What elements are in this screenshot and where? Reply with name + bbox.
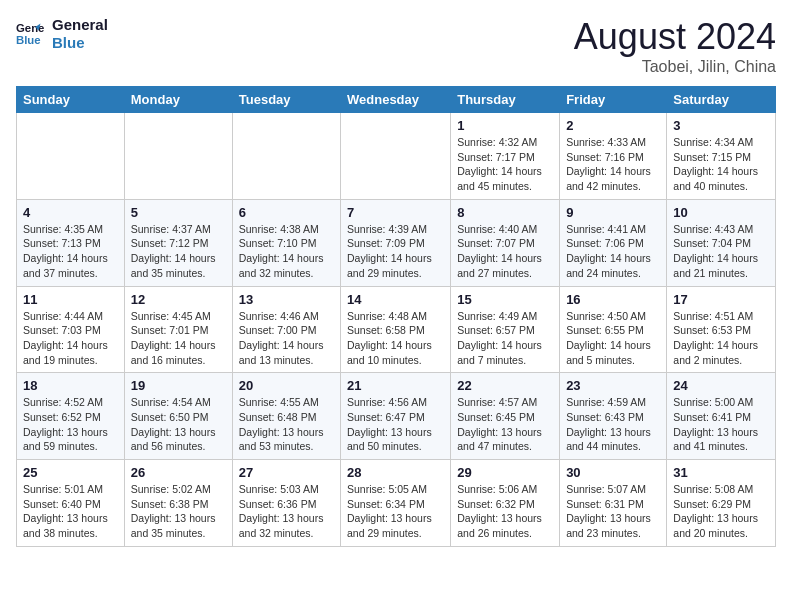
calendar-header-row: SundayMondayTuesdayWednesdayThursdayFrid… [17, 87, 776, 113]
location-subtitle: Taobei, Jilin, China [574, 58, 776, 76]
calendar-cell: 26Sunrise: 5:02 AM Sunset: 6:38 PM Dayli… [124, 460, 232, 547]
day-number: 13 [239, 292, 334, 307]
logo: General Blue General Blue General Blue [16, 16, 108, 52]
calendar-cell: 25Sunrise: 5:01 AM Sunset: 6:40 PM Dayli… [17, 460, 125, 547]
day-info: Sunrise: 5:05 AM Sunset: 6:34 PM Dayligh… [347, 482, 444, 541]
calendar-cell: 24Sunrise: 5:00 AM Sunset: 6:41 PM Dayli… [667, 373, 776, 460]
calendar-cell: 4Sunrise: 4:35 AM Sunset: 7:13 PM Daylig… [17, 199, 125, 286]
day-number: 21 [347, 378, 444, 393]
day-of-week-header: Monday [124, 87, 232, 113]
day-of-week-header: Sunday [17, 87, 125, 113]
calendar-cell [17, 113, 125, 200]
calendar-cell: 13Sunrise: 4:46 AM Sunset: 7:00 PM Dayli… [232, 286, 340, 373]
calendar-cell [124, 113, 232, 200]
day-info: Sunrise: 4:34 AM Sunset: 7:15 PM Dayligh… [673, 135, 769, 194]
calendar-cell [341, 113, 451, 200]
logo-line2: Blue [52, 34, 108, 52]
calendar-cell: 12Sunrise: 4:45 AM Sunset: 7:01 PM Dayli… [124, 286, 232, 373]
day-of-week-header: Wednesday [341, 87, 451, 113]
calendar-cell: 28Sunrise: 5:05 AM Sunset: 6:34 PM Dayli… [341, 460, 451, 547]
day-info: Sunrise: 4:59 AM Sunset: 6:43 PM Dayligh… [566, 395, 660, 454]
day-info: Sunrise: 4:44 AM Sunset: 7:03 PM Dayligh… [23, 309, 118, 368]
day-number: 8 [457, 205, 553, 220]
day-number: 19 [131, 378, 226, 393]
calendar-week-row: 18Sunrise: 4:52 AM Sunset: 6:52 PM Dayli… [17, 373, 776, 460]
day-number: 22 [457, 378, 553, 393]
day-info: Sunrise: 4:38 AM Sunset: 7:10 PM Dayligh… [239, 222, 334, 281]
day-number: 26 [131, 465, 226, 480]
calendar-cell: 31Sunrise: 5:08 AM Sunset: 6:29 PM Dayli… [667, 460, 776, 547]
calendar-cell: 8Sunrise: 4:40 AM Sunset: 7:07 PM Daylig… [451, 199, 560, 286]
page-header: General Blue General Blue General Blue A… [16, 16, 776, 76]
calendar-week-row: 1Sunrise: 4:32 AM Sunset: 7:17 PM Daylig… [17, 113, 776, 200]
day-number: 25 [23, 465, 118, 480]
calendar-cell: 17Sunrise: 4:51 AM Sunset: 6:53 PM Dayli… [667, 286, 776, 373]
day-info: Sunrise: 4:32 AM Sunset: 7:17 PM Dayligh… [457, 135, 553, 194]
day-number: 3 [673, 118, 769, 133]
calendar-cell: 9Sunrise: 4:41 AM Sunset: 7:06 PM Daylig… [560, 199, 667, 286]
day-number: 11 [23, 292, 118, 307]
day-number: 31 [673, 465, 769, 480]
day-number: 12 [131, 292, 226, 307]
calendar-cell: 22Sunrise: 4:57 AM Sunset: 6:45 PM Dayli… [451, 373, 560, 460]
day-number: 20 [239, 378, 334, 393]
day-info: Sunrise: 4:54 AM Sunset: 6:50 PM Dayligh… [131, 395, 226, 454]
calendar-table: SundayMondayTuesdayWednesdayThursdayFrid… [16, 86, 776, 547]
day-number: 1 [457, 118, 553, 133]
calendar-cell: 7Sunrise: 4:39 AM Sunset: 7:09 PM Daylig… [341, 199, 451, 286]
calendar-cell: 20Sunrise: 4:55 AM Sunset: 6:48 PM Dayli… [232, 373, 340, 460]
day-info: Sunrise: 5:06 AM Sunset: 6:32 PM Dayligh… [457, 482, 553, 541]
day-number: 10 [673, 205, 769, 220]
day-number: 17 [673, 292, 769, 307]
calendar-cell: 16Sunrise: 4:50 AM Sunset: 6:55 PM Dayli… [560, 286, 667, 373]
day-info: Sunrise: 5:02 AM Sunset: 6:38 PM Dayligh… [131, 482, 226, 541]
day-number: 14 [347, 292, 444, 307]
day-info: Sunrise: 4:46 AM Sunset: 7:00 PM Dayligh… [239, 309, 334, 368]
logo-icon: General Blue [16, 20, 44, 48]
calendar-week-row: 11Sunrise: 4:44 AM Sunset: 7:03 PM Dayli… [17, 286, 776, 373]
calendar-cell: 14Sunrise: 4:48 AM Sunset: 6:58 PM Dayli… [341, 286, 451, 373]
calendar-cell: 5Sunrise: 4:37 AM Sunset: 7:12 PM Daylig… [124, 199, 232, 286]
day-info: Sunrise: 4:49 AM Sunset: 6:57 PM Dayligh… [457, 309, 553, 368]
day-number: 2 [566, 118, 660, 133]
day-info: Sunrise: 4:43 AM Sunset: 7:04 PM Dayligh… [673, 222, 769, 281]
day-info: Sunrise: 4:50 AM Sunset: 6:55 PM Dayligh… [566, 309, 660, 368]
calendar-cell: 19Sunrise: 4:54 AM Sunset: 6:50 PM Dayli… [124, 373, 232, 460]
day-info: Sunrise: 4:37 AM Sunset: 7:12 PM Dayligh… [131, 222, 226, 281]
day-of-week-header: Tuesday [232, 87, 340, 113]
calendar-cell: 15Sunrise: 4:49 AM Sunset: 6:57 PM Dayli… [451, 286, 560, 373]
calendar-cell: 29Sunrise: 5:06 AM Sunset: 6:32 PM Dayli… [451, 460, 560, 547]
calendar-cell: 2Sunrise: 4:33 AM Sunset: 7:16 PM Daylig… [560, 113, 667, 200]
calendar-week-row: 4Sunrise: 4:35 AM Sunset: 7:13 PM Daylig… [17, 199, 776, 286]
day-number: 15 [457, 292, 553, 307]
day-number: 27 [239, 465, 334, 480]
calendar-cell: 6Sunrise: 4:38 AM Sunset: 7:10 PM Daylig… [232, 199, 340, 286]
day-info: Sunrise: 4:45 AM Sunset: 7:01 PM Dayligh… [131, 309, 226, 368]
day-info: Sunrise: 4:41 AM Sunset: 7:06 PM Dayligh… [566, 222, 660, 281]
day-info: Sunrise: 4:52 AM Sunset: 6:52 PM Dayligh… [23, 395, 118, 454]
calendar-cell: 21Sunrise: 4:56 AM Sunset: 6:47 PM Dayli… [341, 373, 451, 460]
day-number: 7 [347, 205, 444, 220]
day-number: 9 [566, 205, 660, 220]
day-of-week-header: Friday [560, 87, 667, 113]
day-info: Sunrise: 5:01 AM Sunset: 6:40 PM Dayligh… [23, 482, 118, 541]
calendar-week-row: 25Sunrise: 5:01 AM Sunset: 6:40 PM Dayli… [17, 460, 776, 547]
day-number: 28 [347, 465, 444, 480]
calendar-cell: 23Sunrise: 4:59 AM Sunset: 6:43 PM Dayli… [560, 373, 667, 460]
day-of-week-header: Thursday [451, 87, 560, 113]
calendar-cell: 10Sunrise: 4:43 AM Sunset: 7:04 PM Dayli… [667, 199, 776, 286]
calendar-cell: 1Sunrise: 4:32 AM Sunset: 7:17 PM Daylig… [451, 113, 560, 200]
day-info: Sunrise: 4:57 AM Sunset: 6:45 PM Dayligh… [457, 395, 553, 454]
calendar-cell [232, 113, 340, 200]
day-number: 18 [23, 378, 118, 393]
month-title: August 2024 [574, 16, 776, 58]
calendar-cell: 30Sunrise: 5:07 AM Sunset: 6:31 PM Dayli… [560, 460, 667, 547]
day-number: 6 [239, 205, 334, 220]
day-info: Sunrise: 5:00 AM Sunset: 6:41 PM Dayligh… [673, 395, 769, 454]
day-info: Sunrise: 4:40 AM Sunset: 7:07 PM Dayligh… [457, 222, 553, 281]
svg-text:Blue: Blue [16, 34, 41, 46]
day-info: Sunrise: 5:08 AM Sunset: 6:29 PM Dayligh… [673, 482, 769, 541]
day-info: Sunrise: 4:33 AM Sunset: 7:16 PM Dayligh… [566, 135, 660, 194]
day-info: Sunrise: 5:07 AM Sunset: 6:31 PM Dayligh… [566, 482, 660, 541]
day-info: Sunrise: 5:03 AM Sunset: 6:36 PM Dayligh… [239, 482, 334, 541]
